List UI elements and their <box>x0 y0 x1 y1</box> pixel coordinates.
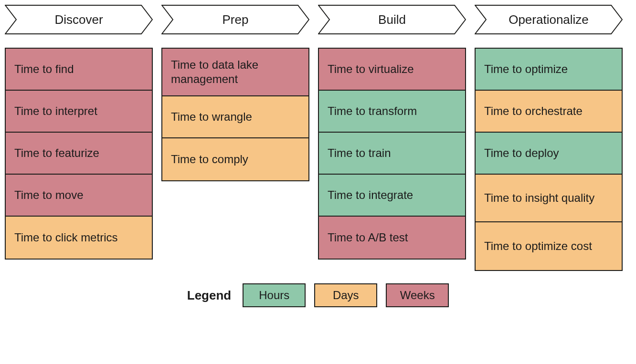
cell-label: Time to click metrics <box>14 230 117 245</box>
cell-label: Time to featurize <box>14 146 99 160</box>
cell-time-to-interpret: Time to interpret <box>6 91 152 133</box>
cell-time-to-wrangle: Time to wrangle <box>162 96 308 138</box>
columns-row: Time to find Time to interpret Time to f… <box>5 48 631 271</box>
cell-label: Time to find <box>14 62 74 76</box>
cell-time-to-transform: Time to transform <box>319 91 465 133</box>
legend-item-label: Weeks <box>400 289 435 302</box>
cell-label: Time to move <box>14 188 83 202</box>
cell-time-to-ab-test: Time to A/B test <box>319 217 465 259</box>
cell-label: Time to comply <box>171 152 248 166</box>
cell-time-to-move: Time to move <box>6 175 152 217</box>
cell-label: Time to orchestrate <box>484 104 583 118</box>
cell-time-to-insight-quality: Time to insight quality <box>476 175 622 222</box>
cell-label: Time to interpret <box>14 104 97 118</box>
phase-label: Discover <box>5 5 153 34</box>
legend-title: Legend <box>187 288 231 303</box>
phase-arrow-discover: Discover <box>5 5 153 34</box>
legend-item-days: Days <box>314 283 377 307</box>
cell-label: Time to virtualize <box>328 62 414 76</box>
cell-time-to-deploy: Time to deploy <box>476 133 622 175</box>
cell-time-to-orchestrate: Time to orchestrate <box>476 91 622 133</box>
cell-time-to-virtualize: Time to virtualize <box>319 49 465 91</box>
cell-time-to-optimize-cost: Time to optimize cost <box>476 222 622 270</box>
cell-time-to-comply: Time to comply <box>162 138 308 180</box>
cell-label: Time to insight quality <box>484 191 594 205</box>
legend-item-label: Hours <box>259 289 289 302</box>
cell-time-to-featurize: Time to featurize <box>6 133 152 175</box>
column-discover: Time to find Time to interpret Time to f… <box>5 48 153 271</box>
cell-time-to-click-metrics: Time to click metrics <box>6 217 152 259</box>
cell-label: Time to integrate <box>328 188 413 202</box>
cell-label: Time to A/B test <box>328 230 408 245</box>
phase-label: Prep <box>161 5 309 34</box>
column-build: Time to virtualize Time to transform Tim… <box>318 48 466 271</box>
cell-time-to-find: Time to find <box>6 49 152 91</box>
cell-label: Time to deploy <box>484 146 559 160</box>
column-prep: Time to data lake management Time to wra… <box>161 48 309 271</box>
diagram-root: Discover Prep Build Operationalize Time … <box>5 5 631 307</box>
phase-row: Discover Prep Build Operationalize <box>5 5 631 34</box>
phase-label: Build <box>318 5 466 34</box>
phase-arrow-operationalize: Operationalize <box>475 5 623 34</box>
legend-item-weeks: Weeks <box>386 283 449 307</box>
cell-label: Time to wrangle <box>171 110 252 124</box>
cell-label: Time to transform <box>328 104 417 118</box>
legend-item-hours: Hours <box>243 283 306 307</box>
cell-time-to-optimize: Time to optimize <box>476 49 622 91</box>
cell-label: Time to optimize cost <box>484 239 592 253</box>
phase-arrow-build: Build <box>318 5 466 34</box>
cell-label: Time to optimize <box>484 62 568 76</box>
legend: Legend Hours Days Weeks <box>5 283 631 307</box>
cell-label: Time to data lake management <box>171 58 300 86</box>
legend-item-label: Days <box>333 289 359 302</box>
cell-label: Time to train <box>328 146 391 160</box>
phase-label: Operationalize <box>475 5 623 34</box>
cell-time-to-train: Time to train <box>319 133 465 175</box>
cell-time-to-integrate: Time to integrate <box>319 175 465 217</box>
phase-arrow-prep: Prep <box>161 5 309 34</box>
cell-time-to-data-lake-management: Time to data lake management <box>162 49 308 96</box>
column-operationalize: Time to optimize Time to orchestrate Tim… <box>475 48 623 271</box>
